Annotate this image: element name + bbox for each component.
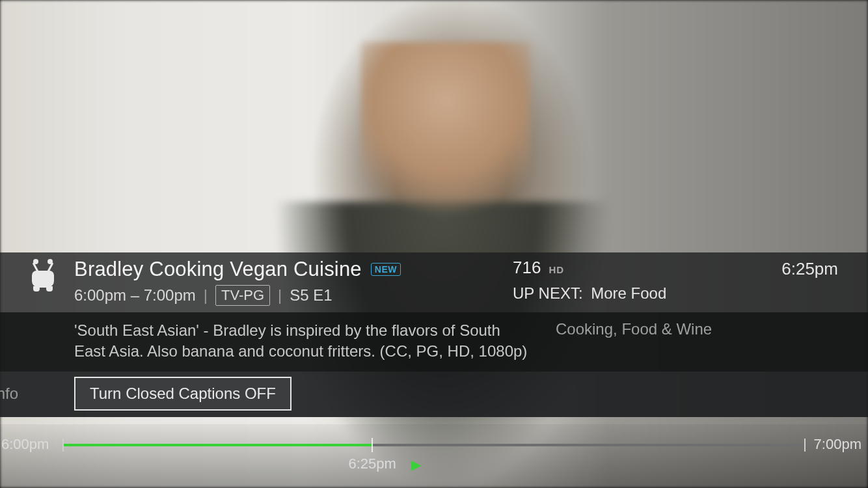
more-info-button-partial[interactable]: re Info bbox=[0, 385, 74, 403]
timeline-start-tick bbox=[62, 439, 64, 452]
channel-number: 716 bbox=[513, 258, 541, 278]
playback-timeline[interactable]: 6:00pm 7:00pm 6:25pm ▶ bbox=[0, 424, 868, 488]
program-time-range: 6:00pm – 7:00pm bbox=[74, 286, 196, 305]
program-category: Cooking, Food & Wine bbox=[556, 320, 838, 338]
timeline-now-tick bbox=[372, 438, 373, 452]
play-indicator-icon: ▶ bbox=[411, 457, 421, 472]
provider-logo-col bbox=[12, 258, 74, 291]
up-next-title: More Food bbox=[591, 284, 666, 302]
tivo-logo-icon bbox=[28, 262, 58, 291]
program-episode: S5 E1 bbox=[290, 286, 332, 305]
up-next-label: UP NEXT: bbox=[513, 284, 583, 302]
channel-info: 716 HD 6:25pm UP NEXT: More Food bbox=[513, 258, 838, 303]
info-header-row: Bradley Cooking Vegan Cuisine NEW 6:00pm… bbox=[0, 252, 868, 312]
meta-separator: | bbox=[204, 286, 208, 305]
hd-badge: HD bbox=[549, 264, 564, 275]
program-title: Bradley Cooking Vegan Cuisine bbox=[74, 258, 362, 281]
meta-separator: | bbox=[278, 286, 282, 305]
rating-chip: TV-PG bbox=[215, 285, 270, 306]
program-description: 'South East Asian' - Bradley is inspired… bbox=[74, 320, 530, 362]
new-badge: NEW bbox=[371, 263, 401, 276]
timeline-start-label: 6:00pm bbox=[1, 436, 49, 453]
program-meta: 6:00pm – 7:00pm | TV-PG | S5 E1 bbox=[74, 285, 513, 306]
timeline-progress-fill bbox=[62, 444, 372, 446]
current-time: 6:25pm bbox=[781, 259, 838, 279]
timeline-now-label: 6:25pm bbox=[349, 455, 396, 472]
description-row: 'South East Asian' - Bradley is inspired… bbox=[0, 312, 868, 372]
info-overlay: Bradley Cooking Vegan Cuisine NEW 6:00pm… bbox=[0, 252, 868, 417]
program-info: Bradley Cooking Vegan Cuisine NEW 6:00pm… bbox=[74, 258, 513, 306]
timeline-end-tick bbox=[804, 439, 806, 452]
closed-captions-toggle-button[interactable]: Turn Closed Captions OFF bbox=[74, 377, 292, 411]
action-row: re Info Turn Closed Captions OFF bbox=[0, 372, 868, 417]
up-next: UP NEXT: More Food bbox=[513, 284, 838, 303]
timeline-end-label: 7:00pm bbox=[814, 436, 861, 453]
